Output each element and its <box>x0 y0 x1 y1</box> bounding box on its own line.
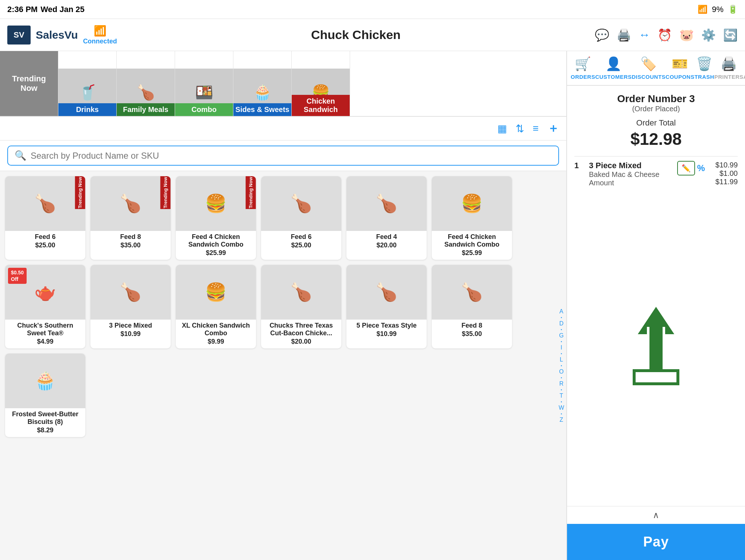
sort-icon[interactable]: ⇅ <box>516 123 524 135</box>
product-card-feed8-trending[interactable]: 🍗 Trending Now Feed 8 $35.00 <box>90 176 171 260</box>
product-img-feed6-1: 🍗 Trending Now <box>5 176 85 231</box>
status-time: 2:36 PM <box>7 5 38 14</box>
product-name: Feed 4 Chicken Sandwich Combo <box>176 231 256 249</box>
customers-label: CUSTOMERS <box>595 74 632 80</box>
nav-customers[interactable]: 👤 CUSTOMERS <box>595 56 632 80</box>
battery-icon: 🔋 <box>728 5 738 14</box>
left-panel: TrendingNow 🥤 Drinks 🍗 Family Meals 🍱 Co… <box>0 51 566 560</box>
product-name: Feed 8 <box>432 320 512 330</box>
product-card-sweet-tea[interactable]: 🫖 $0.50Off Chuck's Southern Sweet Tea® $… <box>5 265 85 348</box>
product-img-feed4-combo: 🍔 Trending Now <box>176 176 256 231</box>
product-card-3piece[interactable]: 🍗 3 Piece Mixed $10.99 <box>90 265 171 348</box>
category-label-combo: Combo <box>175 103 233 116</box>
product-card-feed4-combo-2[interactable]: 🍔 Feed 4 Chicken Sandwich Combo $25.99 <box>432 176 512 260</box>
product-card-feed6-2[interactable]: 🍗 Feed 6 $25.00 <box>261 176 341 260</box>
nav-orders[interactable]: 🛒 ORDERS <box>571 56 595 80</box>
category-item-sides[interactable]: 🧁 Sides & Sweets <box>233 51 292 116</box>
category-item-combo[interactable]: 🍱 Combo <box>175 51 233 116</box>
product-name: Feed 4 <box>346 231 427 242</box>
edit-item-button[interactable]: ✏️ <box>677 161 695 175</box>
alpha-D[interactable]: D <box>559 320 564 327</box>
product-price: $8.29 <box>5 426 85 437</box>
print-icon[interactable]: 🖨️ <box>617 28 631 42</box>
list-icon[interactable]: ≡ <box>533 123 539 134</box>
product-name: 3 Piece Mixed <box>90 320 171 330</box>
product-img-3piece: 🍗 <box>90 265 171 320</box>
line-name: 3 Piece Mixed <box>589 161 674 170</box>
nav-trash[interactable]: 🗑️ TRASH <box>694 56 714 80</box>
product-card-texas-cutbacon[interactable]: 🍗 Chucks Three Texas Cut-Bacon Chicke...… <box>261 265 341 348</box>
status-date: Wed Jan 25 <box>40 5 85 14</box>
wifi-area: 📶 Connected <box>83 25 117 45</box>
collapse-bar[interactable]: ∧ <box>567 506 745 524</box>
nav-attribu[interactable]: 📋 ATTRIBU... <box>743 56 745 80</box>
order-area: Order Number 3 (Order Placed) Order Tota… <box>567 86 745 506</box>
product-price: $4.99 <box>5 338 85 348</box>
logo-area: SV SalesVu 📶 Connected <box>7 25 117 45</box>
nav-discounts[interactable]: 🏷️ DISCOUNTS <box>632 56 666 80</box>
category-item-family[interactable]: 🍗 Family Meals <box>117 51 175 116</box>
alpha-A[interactable]: A <box>559 308 563 315</box>
transfer-icon[interactable]: ↔️ <box>639 28 650 42</box>
product-price: $10.99 <box>90 330 171 341</box>
product-card-frosted-biscuits[interactable]: 🧁 Frosted Sweet-Butter Biscuits (8) $8.2… <box>5 354 85 437</box>
piggy-icon[interactable]: 🐷 <box>679 28 694 42</box>
trash-label: TRASH <box>694 74 714 80</box>
alpha-L[interactable]: L <box>560 356 563 363</box>
trending-badge: Trending Now <box>160 176 171 209</box>
product-img-feed6-2: 🍗 <box>261 176 341 231</box>
nav-coupons[interactable]: 🎫 COUPONS <box>666 56 694 80</box>
product-card-feed8-2[interactable]: 🍗 Feed 8 $35.00 <box>432 265 512 348</box>
discount-percent-button[interactable]: % <box>697 163 705 173</box>
green-arrow-annotation <box>574 192 738 499</box>
toolbar: ▦ ⇅ ≡ ＋ <box>0 117 566 140</box>
alpha-I[interactable]: I <box>560 344 562 351</box>
battery-pct: 9% <box>712 5 723 14</box>
barcode-icon[interactable]: ▦ <box>497 123 507 135</box>
alpha-T[interactable]: T <box>560 393 563 399</box>
product-img-texas-cutbacon: 🍗 <box>261 265 341 320</box>
discounts-icon: 🏷️ <box>640 56 657 72</box>
product-price: $9.99 <box>176 338 256 348</box>
printers-label: PRINTERS <box>714 74 744 80</box>
coupons-label: COUPONS <box>666 74 694 80</box>
alpha-Z[interactable]: Z <box>560 417 563 423</box>
alpha-R[interactable]: R <box>559 381 564 387</box>
product-price: $25.99 <box>176 249 256 260</box>
alpha-G[interactable]: G <box>559 332 563 339</box>
attribu-label: ATTRIBU... <box>743 74 745 80</box>
product-card-feed6-trending[interactable]: 🍗 Trending Now Feed 6 $25.00 <box>5 176 85 260</box>
product-card-feed4-combo-trending[interactable]: 🍔 Trending Now Feed 4 Chicken Sandwich C… <box>176 176 256 260</box>
product-card-xl-combo[interactable]: 🍔 XL Chicken Sandwich Combo $9.99 <box>176 265 256 348</box>
line-price-1: $10.99 <box>715 161 738 169</box>
products-row: 🍗 Trending Now Feed 6 $25.00 🍗 Trending … <box>0 171 566 560</box>
order-title: Order Number 3 <box>574 93 738 105</box>
trash-icon: 🗑️ <box>696 56 713 72</box>
line-sub: Baked Mac & Cheese <box>589 170 674 179</box>
category-item-chicken[interactable]: 🍔 Chicken Sandwich <box>292 51 350 116</box>
search-box[interactable]: 🔍 <box>7 146 559 166</box>
store-name: Chuck Chicken <box>311 28 401 42</box>
alpha-O[interactable]: O <box>559 368 563 375</box>
line-details: 3 Piece Mixed Baked Mac & Cheese Amount <box>589 161 674 187</box>
search-input[interactable] <box>31 151 552 161</box>
add-icon[interactable]: ＋ <box>547 120 559 136</box>
pay-button[interactable]: Pay <box>567 524 745 560</box>
category-item-trending[interactable]: TrendingNow <box>0 51 58 116</box>
refresh-icon[interactable]: 🔄 <box>723 28 738 42</box>
chat-icon[interactable]: 💬 <box>595 28 609 42</box>
category-label-drinks: Drinks <box>58 103 116 116</box>
product-img-feed4: 🍗 <box>346 176 427 231</box>
alarm-icon[interactable]: ⏰ <box>657 28 672 42</box>
product-card-feed4[interactable]: 🍗 Feed 4 $20.00 <box>346 176 427 260</box>
nav-printers[interactable]: 🖨️ PRINTERS <box>714 56 744 80</box>
product-name: Frosted Sweet-Butter Biscuits (8) <box>5 408 85 426</box>
main-layout: TrendingNow 🥤 Drinks 🍗 Family Meals 🍱 Co… <box>0 51 745 560</box>
category-item-drinks[interactable]: 🥤 Drinks <box>58 51 117 116</box>
alphabet-sidebar: A • D • G • I • L • O • R • T • W • Z <box>556 171 566 560</box>
product-card-5piece-texas[interactable]: 🍗 5 Piece Texas Style $10.99 <box>346 265 427 348</box>
alpha-W[interactable]: W <box>559 405 564 411</box>
product-img-sweet-tea: 🫖 $0.50Off <box>5 265 85 320</box>
order-subtitle: (Order Placed) <box>574 105 738 113</box>
settings-icon[interactable]: ⚙️ <box>701 28 716 42</box>
